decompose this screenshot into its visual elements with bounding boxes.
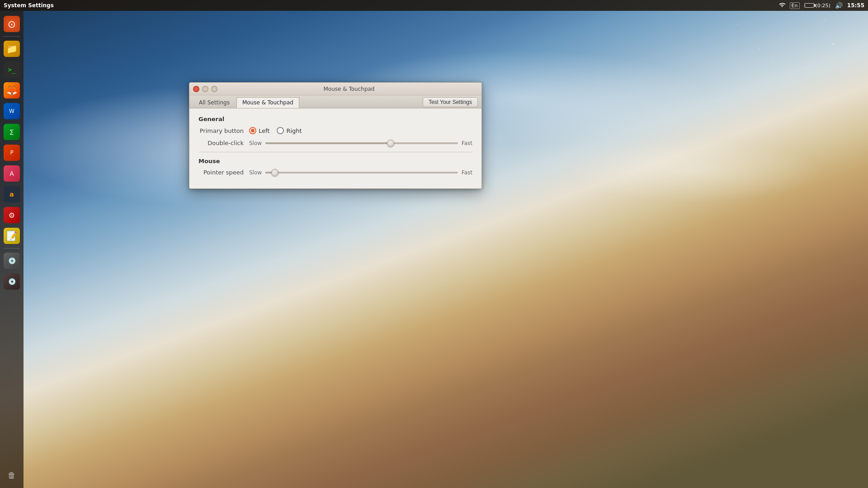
general-section-title: General — [198, 116, 472, 122]
minimize-button[interactable] — [202, 86, 208, 92]
launcher-item-amazon[interactable]: a — [2, 185, 21, 204]
radio-left-label: Left — [259, 127, 269, 134]
dialog-tabs: All Settings Mouse & Touchpad Test Your … — [189, 95, 481, 108]
tabs-left: All Settings Mouse & Touchpad — [193, 97, 299, 108]
impress-icon: P — [4, 145, 20, 161]
launcher-separator-2 — [4, 248, 20, 249]
drive2-icon: 💿 — [4, 273, 20, 290]
double-click-control: Slow Fast — [249, 140, 472, 146]
dialog-titlebar: Mouse & Touchpad — [189, 83, 481, 95]
general-section: General Primary button Left Right — [198, 116, 472, 146]
lang-indicator[interactable]: En — [790, 2, 800, 9]
launcher-item-notes[interactable]: 📝 — [2, 226, 21, 245]
terminal-icon: >_ — [4, 61, 20, 78]
test-settings-button[interactable]: Test Your Settings — [423, 97, 478, 107]
launcher-item-ubuntu[interactable]: ⊙ — [2, 14, 21, 33]
pointer-speed-row: Pointer speed Slow Fast — [198, 169, 472, 176]
dialog-content: General Primary button Left Right — [189, 108, 481, 188]
double-click-slider-fill — [265, 142, 391, 144]
pointer-speed-slow-label: Slow — [249, 169, 262, 176]
double-click-slider-thumb[interactable] — [387, 140, 394, 147]
amazon-icon: a — [4, 186, 20, 202]
double-click-fast-label: Fast — [462, 140, 472, 146]
ubuntu-icon: ⊙ — [4, 16, 20, 32]
desktop — [0, 0, 868, 488]
primary-button-row: Primary button Left Right — [198, 127, 472, 134]
launcher-item-system-settings[interactable]: ⚙ — [2, 206, 21, 225]
trash-icon: 🗑 — [4, 467, 20, 483]
primary-button-control: Left Right — [249, 127, 472, 134]
launcher-item-firefox[interactable]: 🦊 — [2, 81, 21, 100]
writer-icon: W — [4, 103, 20, 119]
text-editor-icon: A — [4, 165, 20, 182]
mouse-section-title: Mouse — [198, 158, 472, 164]
notes-icon: 📝 — [4, 228, 20, 244]
pointer-speed-slider-container: Slow Fast — [249, 169, 472, 176]
taskbar: System Settings En (0:25) 🔊 15:55 — [0, 0, 868, 11]
launcher-item-drive2[interactable]: 💿 — [2, 272, 21, 291]
launcher-separator-1 — [4, 36, 20, 37]
radio-right-label: Right — [286, 127, 302, 134]
pointer-speed-slider[interactable] — [265, 172, 458, 174]
pointer-speed-slider-thumb[interactable] — [271, 169, 278, 176]
mouse-touchpad-dialog: Mouse & Touchpad All Settings Mouse & To… — [189, 82, 482, 189]
wifi-icon[interactable] — [779, 2, 785, 9]
tab-mouse-touchpad[interactable]: Mouse & Touchpad — [236, 97, 299, 108]
pointer-speed-control: Slow Fast — [249, 169, 472, 176]
radio-left-circle[interactable] — [249, 127, 256, 134]
radio-right[interactable]: Right — [277, 127, 302, 134]
double-click-slider[interactable] — [265, 142, 458, 144]
launcher-item-impress[interactable]: P — [2, 143, 21, 162]
launcher-item-text-editor[interactable]: A — [2, 164, 21, 183]
dialog-title: Mouse & Touchpad — [220, 86, 478, 92]
double-click-label: Double-click — [198, 140, 244, 146]
section-divider — [198, 152, 472, 152]
battery-label: (0:25) — [816, 3, 830, 9]
close-button[interactable] — [193, 86, 199, 92]
clock: 15:55 — [847, 2, 864, 9]
battery-indicator: (0:25) — [804, 3, 830, 9]
volume-icon[interactable]: 🔊 — [835, 2, 843, 9]
launcher-item-writer[interactable]: W — [2, 102, 21, 121]
taskbar-right: En (0:25) 🔊 15:55 — [779, 2, 864, 9]
double-click-slow-label: Slow — [249, 140, 262, 146]
mouse-section: Mouse Pointer speed Slow Fast — [198, 158, 472, 176]
primary-button-radio-group: Left Right — [249, 127, 302, 134]
taskbar-title: System Settings — [4, 2, 54, 9]
double-click-slider-container: Slow Fast — [249, 140, 472, 146]
tab-all-settings[interactable]: All Settings — [193, 97, 236, 108]
launcher-item-files[interactable]: 📁 — [2, 39, 21, 58]
double-click-row: Double-click Slow Fast — [198, 140, 472, 146]
launcher: ⊙ 📁 >_ 🦊 W ∑ P A a ⚙ 📝 💿 💿 🗑 — [0, 11, 24, 488]
radio-right-circle[interactable] — [277, 127, 284, 134]
files-icon: 📁 — [4, 41, 20, 57]
radio-left[interactable]: Left — [249, 127, 269, 134]
drive1-icon: 💿 — [4, 253, 20, 269]
primary-button-label: Primary button — [198, 127, 244, 134]
launcher-item-calc[interactable]: ∑ — [2, 122, 21, 141]
pointer-speed-fast-label: Fast — [462, 169, 472, 176]
system-settings-icon: ⚙ — [4, 207, 20, 223]
launcher-item-terminal[interactable]: >_ — [2, 60, 21, 79]
calc-icon: ∑ — [4, 124, 20, 140]
launcher-item-trash[interactable]: 🗑 — [2, 465, 21, 484]
firefox-icon: 🦊 — [4, 82, 20, 99]
launcher-item-drive1[interactable]: 💿 — [2, 251, 21, 270]
pointer-speed-label: Pointer speed — [198, 169, 244, 176]
maximize-button[interactable] — [211, 86, 217, 92]
